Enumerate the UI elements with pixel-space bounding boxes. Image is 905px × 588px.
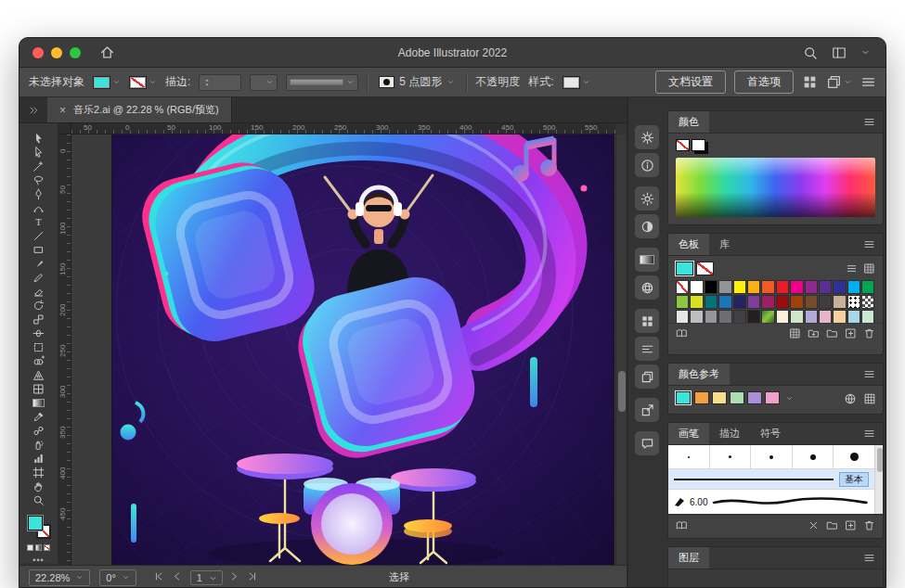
preferences-button[interactable]: 首选项 <box>734 70 794 94</box>
none-swatch[interactable] <box>696 262 714 275</box>
swatch[interactable] <box>861 280 874 294</box>
line-segment-tool[interactable] <box>27 229 51 243</box>
chevron-down-icon[interactable] <box>785 394 794 403</box>
new-color-group-icon[interactable] <box>808 327 820 339</box>
symbol-sprayer-tool[interactable] <box>27 438 51 452</box>
chevron-down-icon[interactable] <box>860 47 871 58</box>
list-view-icon[interactable] <box>846 262 858 275</box>
blend-tool[interactable] <box>27 424 51 438</box>
swatch[interactable] <box>847 310 860 323</box>
swatch[interactable] <box>718 310 731 323</box>
swatch[interactable] <box>761 310 774 323</box>
width-profile-dropdown[interactable] <box>286 74 358 91</box>
swatch-kinds-icon[interactable] <box>789 327 801 339</box>
eyedropper-tool[interactable] <box>27 410 51 424</box>
tab-color[interactable]: 颜色 <box>668 111 709 133</box>
swatch[interactable] <box>761 295 774 309</box>
selected-brush-row[interactable]: 6.00 <box>668 490 874 514</box>
stroke-swatch[interactable] <box>129 76 147 89</box>
panel-menu-icon[interactable] <box>856 423 883 444</box>
pen-tool[interactable] <box>27 187 51 201</box>
swatch[interactable] <box>676 280 689 294</box>
fill-swatch[interactable] <box>93 76 110 89</box>
color-fill-stroke-proxy[interactable] <box>692 139 705 151</box>
stroke-color-dropdown[interactable] <box>129 76 157 89</box>
gradient-mode-button[interactable] <box>35 544 42 551</box>
zoom-level-dropdown[interactable]: 22.28% <box>29 569 90 586</box>
gradient-panel-icon[interactable] <box>635 248 659 272</box>
gradient-tool[interactable] <box>27 396 51 410</box>
mesh-tool[interactable] <box>27 382 51 396</box>
minimize-window-button[interactable] <box>51 47 62 58</box>
document-tab[interactable]: × 音乐2.ai @ 22.28 % (RGB/预览) <box>47 97 232 122</box>
color-spectrum[interactable] <box>676 158 875 217</box>
swatch[interactable] <box>676 310 689 323</box>
fill-stroke-indicator[interactable] <box>27 515 51 539</box>
panel-menu-icon[interactable] <box>856 111 883 133</box>
swatch[interactable] <box>847 295 860 309</box>
type-tool[interactable]: T <box>27 215 51 229</box>
calligraphic-brush[interactable] <box>793 445 834 468</box>
sphere-icon[interactable] <box>635 275 659 300</box>
column-graph-tool[interactable] <box>27 452 51 466</box>
swatch[interactable] <box>805 295 818 309</box>
swatch[interactable] <box>747 310 760 323</box>
magic-wand-tool[interactable] <box>27 160 51 173</box>
swatch[interactable] <box>705 310 718 323</box>
search-icon[interactable] <box>803 45 818 60</box>
swatch[interactable] <box>805 310 818 323</box>
perspective-grid-tool[interactable] <box>27 368 51 382</box>
harmony-swatch[interactable] <box>765 391 780 404</box>
calligraphic-brush[interactable] <box>710 445 752 468</box>
swatch[interactable] <box>733 295 746 309</box>
zoom-window-button[interactable] <box>70 47 81 58</box>
swatch[interactable] <box>718 280 731 294</box>
swatch[interactable] <box>805 280 818 294</box>
swatch[interactable] <box>833 310 846 323</box>
layers-stack-icon[interactable] <box>635 364 659 389</box>
color-none-swatch[interactable] <box>676 139 690 151</box>
calligraphic-brush[interactable] <box>751 445 793 468</box>
swatch[interactable] <box>819 295 832 309</box>
direct-selection-tool[interactable] <box>27 146 51 160</box>
rectangle-tool[interactable] <box>27 243 51 257</box>
swatch[interactable] <box>790 295 803 309</box>
home-icon[interactable] <box>99 45 115 60</box>
swatch[interactable] <box>705 280 718 294</box>
comment-panel-icon[interactable] <box>635 431 659 455</box>
swatch[interactable] <box>833 280 846 294</box>
brush-scrollbar[interactable] <box>874 445 883 514</box>
style-dropdown[interactable] <box>562 76 590 89</box>
menu-icon[interactable] <box>860 74 876 90</box>
swatch[interactable] <box>776 280 789 294</box>
swatch[interactable] <box>747 295 760 309</box>
next-artboard-icon[interactable] <box>229 571 241 583</box>
swatch[interactable] <box>690 295 703 309</box>
grid-view-icon[interactable] <box>802 74 818 90</box>
color-guide-options-icon[interactable] <box>863 392 875 404</box>
screen-mode-button[interactable]: ••• <box>19 556 58 565</box>
swatch-libraries-icon[interactable] <box>676 327 688 339</box>
style-swatch[interactable] <box>562 76 580 89</box>
fill-color-dropdown[interactable] <box>93 76 121 89</box>
tab-libraries[interactable]: 库 <box>709 234 740 255</box>
brush-preset-dropdown[interactable]: 5 点圆形 <box>376 74 458 91</box>
swatch[interactable] <box>833 295 846 309</box>
fill-indicator[interactable] <box>28 516 43 530</box>
swatch[interactable] <box>847 280 860 294</box>
swatch[interactable] <box>776 310 789 323</box>
lasso-tool[interactable] <box>27 173 51 187</box>
globe-icon[interactable] <box>844 392 856 404</box>
shape-builder-tool[interactable] <box>27 354 51 368</box>
arrange-documents-dropdown[interactable] <box>826 74 852 90</box>
scrollbar-thumb[interactable] <box>877 448 883 472</box>
previous-artboard-icon[interactable] <box>172 571 184 583</box>
swatch[interactable] <box>819 280 832 294</box>
swatch[interactable] <box>690 310 703 323</box>
swatch[interactable] <box>819 310 832 323</box>
active-swatch[interactable] <box>676 262 693 275</box>
swatch[interactable] <box>861 295 874 309</box>
swatch[interactable] <box>790 310 803 323</box>
stepper-icon[interactable] <box>202 76 212 89</box>
horizontal-ruler[interactable]: 50050100150200250300350400450500550 <box>71 123 615 134</box>
